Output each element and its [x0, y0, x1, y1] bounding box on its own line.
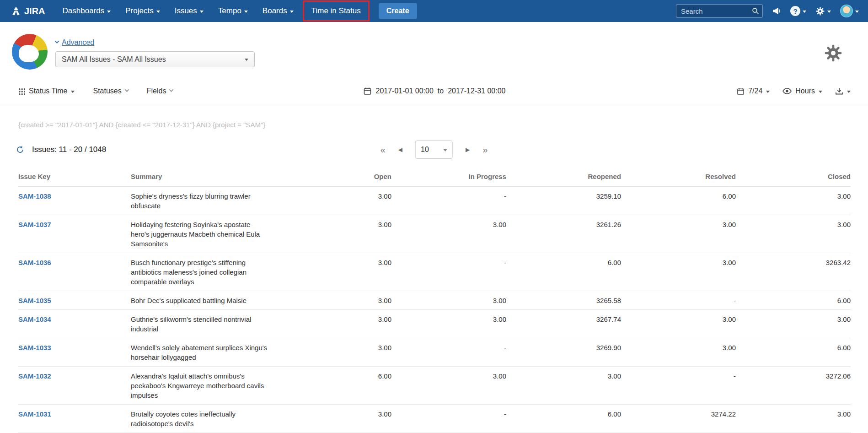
reopened-cell: 3267.74 — [506, 310, 621, 328]
table-row: SAM-1038 Sophie's dryness's fizzy blurri… — [18, 187, 851, 215]
resolved-cell: 3274.22 — [621, 405, 736, 423]
issue-key-link[interactable]: SAM-1034 — [18, 315, 51, 323]
gear-icon — [815, 6, 825, 16]
open-cell: 3.00 — [277, 310, 391, 328]
issue-key-link[interactable]: SAM-1037 — [18, 221, 51, 228]
inprogress-cell: - — [391, 253, 506, 271]
fields-menu[interactable]: Fields — [147, 87, 173, 95]
main-menu: Dashboards Projects Issues Tempo Boards … — [55, 0, 417, 22]
help-icon: ? — [790, 6, 800, 16]
table-row: SAM-1031 Brutally coyotes cotes ineffect… — [18, 405, 851, 433]
open-cell: 3.00 — [277, 215, 391, 233]
nav-dashboards[interactable]: Dashboards — [55, 0, 118, 22]
refresh-icon[interactable] — [16, 146, 24, 154]
last-page-button[interactable]: » — [482, 145, 488, 155]
closed-cell: 3272.06 — [736, 367, 851, 385]
page-size-select[interactable]: 10 — [415, 141, 453, 159]
summary-cell: Wendell's solely abatement surplices Xin… — [131, 338, 270, 366]
issue-key-link[interactable]: SAM-1032 — [18, 372, 51, 380]
issues-summary: Issues: 11 - 20 / 1048 — [16, 145, 106, 154]
fields-label: Fields — [147, 87, 166, 95]
help-menu[interactable]: ? — [790, 6, 806, 16]
settings-gear-icon[interactable] — [824, 44, 842, 62]
next-page-button[interactable]: ▶ — [466, 146, 470, 153]
jira-logo-icon — [11, 6, 21, 16]
inprogress-cell: 3.00 — [391, 215, 506, 233]
caret-down-icon — [107, 11, 111, 13]
inprogress-cell: - — [391, 187, 506, 205]
feedback-button[interactable] — [772, 7, 781, 15]
col-in-progress[interactable]: In Progress — [391, 167, 506, 186]
megaphone-icon — [772, 7, 781, 15]
date-range-picker[interactable]: 2017-01-01 00:00 to 2017-12-31 00:00 — [364, 87, 506, 95]
issue-key-link[interactable]: SAM-1038 — [18, 192, 51, 200]
caret-down-icon — [444, 149, 447, 152]
create-button[interactable]: Create — [379, 3, 417, 19]
closed-cell: 3.00 — [736, 215, 851, 233]
admin-menu[interactable] — [815, 6, 831, 16]
table-header: Issue Key Summary Open In Progress Reope… — [18, 167, 851, 187]
filter-select[interactable]: SAM All Issues - SAM All Issues — [55, 51, 255, 67]
status-time-menu[interactable]: Status Time — [18, 87, 75, 95]
advanced-link[interactable]: Advanced — [55, 38, 94, 47]
date-from: 2017-01-01 00:00 — [376, 87, 434, 95]
issues-bar: Issues: 11 - 20 / 1048 « ◀ 10 ▶ » — [0, 139, 868, 161]
closed-cell: 6.00 — [736, 338, 851, 357]
nav-label: Projects — [125, 6, 153, 16]
pagination: « ◀ 10 ▶ » — [380, 141, 488, 159]
nav-label: Time in Status — [311, 6, 361, 16]
nav-label: Issues — [175, 6, 197, 16]
chevron-down-icon — [55, 39, 59, 43]
closed-cell: 3.00 — [736, 310, 851, 328]
search-input[interactable] — [676, 4, 763, 18]
jira-logo[interactable]: JIRA — [11, 6, 45, 16]
resolved-cell: 3.00 — [621, 338, 736, 357]
nav-time-in-status[interactable]: Time in Status — [304, 2, 368, 20]
first-page-button[interactable]: « — [380, 145, 386, 155]
user-menu[interactable] — [840, 5, 859, 17]
col-reopened[interactable]: Reopened — [506, 167, 621, 186]
search-icon[interactable] — [752, 7, 759, 15]
nav-projects[interactable]: Projects — [118, 0, 167, 22]
open-cell: 3.00 — [277, 253, 391, 271]
unit-menu[interactable]: Hours — [782, 87, 822, 95]
status-time-label: Status Time — [29, 87, 67, 95]
export-icon — [835, 87, 843, 95]
resolved-cell: 6.00 — [621, 187, 736, 205]
open-cell: 3.00 — [277, 187, 391, 205]
col-summary[interactable]: Summary — [131, 167, 277, 186]
grid-icon — [18, 88, 25, 95]
issue-key-link[interactable]: SAM-1031 — [18, 410, 51, 418]
open-cell: 3.00 — [277, 291, 391, 309]
caret-down-icon — [290, 11, 294, 13]
jira-logo-text: JIRA — [24, 6, 45, 16]
nav-boards[interactable]: Boards — [255, 0, 301, 22]
open-cell: 3.00 — [277, 405, 391, 423]
issue-key-link[interactable]: SAM-1035 — [18, 297, 51, 304]
issue-key-link[interactable]: SAM-1033 — [18, 344, 51, 352]
col-open[interactable]: Open — [277, 167, 391, 186]
chevron-down-icon — [169, 87, 174, 92]
inprogress-cell: 3.00 — [391, 310, 506, 328]
prev-page-button[interactable]: ◀ — [398, 146, 402, 153]
nav-issues[interactable]: Issues — [167, 0, 211, 22]
table-row: SAM-1032 Alexandra's Iqaluit attach's om… — [18, 367, 851, 405]
resolved-cell: 3.00 — [621, 215, 736, 233]
resolved-cell: - — [621, 367, 736, 385]
col-closed[interactable]: Closed — [736, 167, 851, 186]
statuses-menu[interactable]: Statuses — [93, 87, 128, 95]
caret-down-icon — [244, 11, 248, 13]
reopened-cell: 3261.26 — [506, 215, 621, 233]
calendar-range-menu[interactable]: 7/24 — [737, 87, 770, 95]
reopened-cell: 6.00 — [506, 405, 621, 423]
reopened-cell: 6.00 — [506, 253, 621, 271]
caret-down-icon — [803, 11, 806, 13]
calendar-range-label: 7/24 — [748, 87, 762, 95]
col-resolved[interactable]: Resolved — [621, 167, 736, 186]
nav-tempo[interactable]: Tempo — [211, 0, 255, 22]
issue-key-link[interactable]: SAM-1036 — [18, 259, 51, 266]
caret-down-icon — [156, 11, 160, 13]
date-range-to-label: to — [438, 87, 444, 95]
col-issue-key[interactable]: Issue Key — [18, 167, 131, 186]
export-menu[interactable] — [835, 87, 851, 95]
